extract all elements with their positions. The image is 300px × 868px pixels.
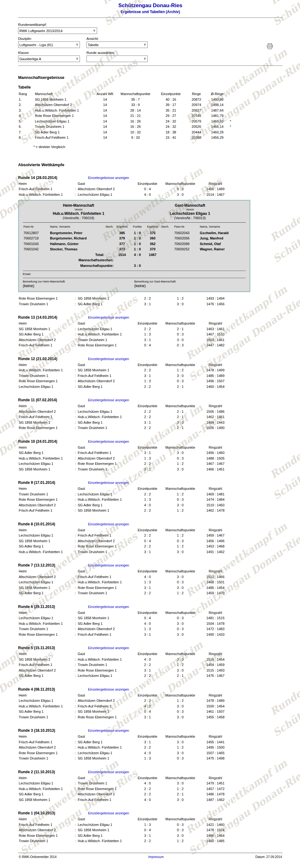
- match-row: Frisch-Auf Feldheim 1:SG 1858 Monheim 12…: [18, 508, 233, 514]
- standings-cell: 24 : 32: [155, 119, 187, 124]
- match-mannschaftspunkte: 3 : 0: [162, 797, 198, 803]
- standings-cell: 10 : 32: [116, 130, 154, 135]
- match-row: SG 1858 Monheim 1:Frisch-Auf Feldheim 14…: [18, 797, 233, 803]
- round-section: Runde 8 (10.01.2014)Einzelergebnisse anz…: [18, 521, 282, 555]
- standings-cell: 5.: [18, 119, 34, 124]
- standings-cell: 21 : 21: [116, 113, 154, 119]
- match-header-cell: Einzelpunkte: [133, 486, 162, 492]
- standings-cell: SG Adler Berg 1: [34, 130, 94, 135]
- standings-cell: 18 : 38: [155, 130, 187, 135]
- match-separator: :: [73, 327, 77, 332]
- match-header-cell: Ringzahl: [198, 651, 233, 657]
- klasse-label: Klasse:: [18, 51, 86, 55]
- match-header-cell: Einzelpunkte: [133, 610, 162, 616]
- match-einzelpunkte: 3 : 1: [133, 740, 162, 745]
- round-section: Runde 9 (17.01.2014)Einzelergebnisse anz…: [18, 479, 282, 514]
- standings-cell: 35 : 21: [155, 108, 187, 114]
- match-mannschaftspunkte: 3 : 0: [162, 574, 198, 580]
- gast-ergebnis: 360: [145, 236, 160, 241]
- einzelergebnisse-link[interactable]: Einzelergebnisse anzeigen: [88, 728, 129, 733]
- einzelergebnisse-link[interactable]: Einzelergebnisse anzeigen: [88, 398, 129, 402]
- match-heim: SG 1858 Monheim 1: [18, 538, 73, 544]
- match-gast: Rote Rose Ebermergen 1: [77, 786, 133, 792]
- standings-header-cell: Einzelpunkte: [155, 91, 187, 97]
- match-header-cell: Heim: [18, 816, 73, 822]
- match-separator: :: [73, 450, 77, 456]
- ansicht-select[interactable]: Tabelle: [86, 41, 148, 48]
- einzelergebnisse-link[interactable]: Einzelergebnisse anzeigen: [88, 646, 129, 650]
- klasse-select[interactable]: Gauoberliga A: [18, 56, 80, 62]
- match-header-cell: Mannschaftspunkte: [162, 816, 198, 822]
- match-header-cell: Gast: [77, 693, 133, 699]
- match-header-row: HeimGastEinzelpunkteMannschaftspunkteRin…: [18, 445, 233, 451]
- standings-cell: 20444: [187, 130, 206, 135]
- match-row: Altschützen Oberndorf 2:Lechschützen Ell…: [18, 409, 233, 415]
- match-gast: Rote Rose Ebermergen 1: [77, 343, 133, 348]
- match-row: Frisch-Auf Feldheim 1:Altschützen Obernd…: [18, 186, 233, 192]
- standings-table-title: Tabelle: [18, 85, 282, 90]
- einzelergebnisse-link[interactable]: Einzelergebnisse anzeigen: [88, 440, 129, 443]
- match-heim: Frisch-Auf Feldheim 1: [18, 414, 73, 420]
- match-header-cell: Mannschaftspunkte: [162, 362, 198, 368]
- match-einzelpunkte: 2 : 2: [133, 508, 162, 514]
- match-heim: Trowin Druisheim 1: [18, 715, 73, 720]
- einzelergebnisse-link[interactable]: Einzelergebnisse anzeigen: [88, 605, 129, 609]
- match-row: Trowin Druisheim 1:Hub.u.Wildsch. Fünfst…: [18, 838, 233, 844]
- gast-ergebnis: 370: [145, 247, 160, 252]
- standings-cell: 1490,86: [206, 97, 229, 102]
- gast-remark: Bemerkung zur Gast-Mannschaft: (keine): [134, 280, 246, 288]
- match-einzelpunkte: 4 : 0: [133, 503, 162, 508]
- match-ringzahl: 1455 : 1441: [198, 740, 233, 745]
- impressum-link[interactable]: Impressum: [148, 855, 164, 859]
- standings-cell: [229, 97, 235, 102]
- runde-select[interactable]: [86, 56, 148, 62]
- match-header-cell: Gast: [77, 775, 133, 781]
- einzelergebnisse-link[interactable]: Einzelergebnisse anzeigen: [88, 811, 129, 815]
- match-einzelpunkte: 4 : 0: [133, 657, 162, 662]
- shooter-header-row: Pass-Nr.Name, VornameStech.ErgebnisPunkt…: [23, 224, 246, 230]
- einzelergebnisse-link[interactable]: Einzelergebnisse anzeigen: [88, 770, 129, 774]
- match-ringzahl: 1503 : 1461: [198, 337, 233, 343]
- standings-cell: [229, 130, 235, 135]
- match-ringzahl: 1486 : 1478: [198, 792, 233, 797]
- einzelergebnisse-link[interactable]: Einzelergebnisse anzeigen: [88, 563, 129, 567]
- match-separator: :: [73, 673, 77, 679]
- einzelergebnisse-link[interactable]: Einzelergebnisse anzeigen: [88, 522, 129, 526]
- einzelergebnisse-link[interactable]: Einzelergebnisse anzeigen: [88, 687, 129, 691]
- match-mannschaftspunkte: 3 : 0: [162, 337, 198, 343]
- match-separator: :: [73, 538, 77, 544]
- standings-row: 8.Frisch-Auf Feldheim 1149 : 3315 : 4120…: [18, 135, 235, 141]
- heim-ergebnis: 377: [114, 241, 130, 247]
- match-gast: Rote Rose Ebermergen 1: [77, 668, 133, 674]
- standings-cell: [229, 135, 235, 141]
- einzelergebnisse-link[interactable]: Einzelergebnisse anzeigen: [88, 176, 129, 180]
- disziplin-select[interactable]: Luftgewehr - Liga (81): [18, 41, 80, 48]
- match-header-cell: Heim: [18, 181, 73, 187]
- print-button[interactable]: [267, 43, 273, 51]
- standings-cell: 1466,14: [206, 124, 229, 130]
- match-separator: :: [73, 337, 77, 343]
- einzelergebnisse-link[interactable]: Einzelergebnisse anzeigen: [88, 481, 129, 485]
- match-header-cell: Gast: [77, 181, 133, 187]
- rundenwettkampf-select[interactable]: RWK Luftgewehr 2013/2014: [18, 27, 97, 34]
- einzelergebnisse-link[interactable]: Einzelergebnisse anzeigen: [88, 357, 129, 361]
- match-separator: :: [73, 544, 77, 549]
- match-heim: Lechschützen Ellgau 1: [18, 781, 73, 786]
- match-header-cell: [73, 651, 77, 657]
- einzelergebnisse-link[interactable]: Einzelergebnisse anzeigen: [88, 315, 129, 319]
- match-row: SG Adler Berg 1:Hub.u.Wildsch. Fünfstett…: [18, 332, 233, 337]
- shooter-results-table: Pass-Nr.Name, VornameStech.ErgebnisPunkt…: [23, 224, 246, 269]
- match-heim: Frisch-Auf Feldheim 1: [18, 740, 73, 745]
- heim-verein-label: Verein: [23, 208, 134, 211]
- match-einzelpunkte: 0 : 4: [133, 186, 162, 192]
- standings-header-cell: Ø-Ringe: [206, 91, 229, 97]
- match-row: Altschützen Oberndorf 2:Frisch-Auf Feldh…: [18, 574, 233, 580]
- runde-select-wrap: [86, 56, 148, 62]
- match-header-cell: Heim: [18, 734, 73, 740]
- shooter-header-cell: Stech.: [160, 224, 173, 230]
- match-gast: Frisch-Auf Feldheim 1: [77, 574, 133, 580]
- match-ringzahl: 1456 : 1460: [198, 450, 233, 456]
- match-table: HeimGastEinzelpunkteMannschaftspunkteRin…: [18, 528, 233, 555]
- match-heim: Lechschützen Ellgau 1: [18, 580, 73, 585]
- match-gast: Hub.u.Wildsch. Fünfstetten 1: [77, 657, 133, 662]
